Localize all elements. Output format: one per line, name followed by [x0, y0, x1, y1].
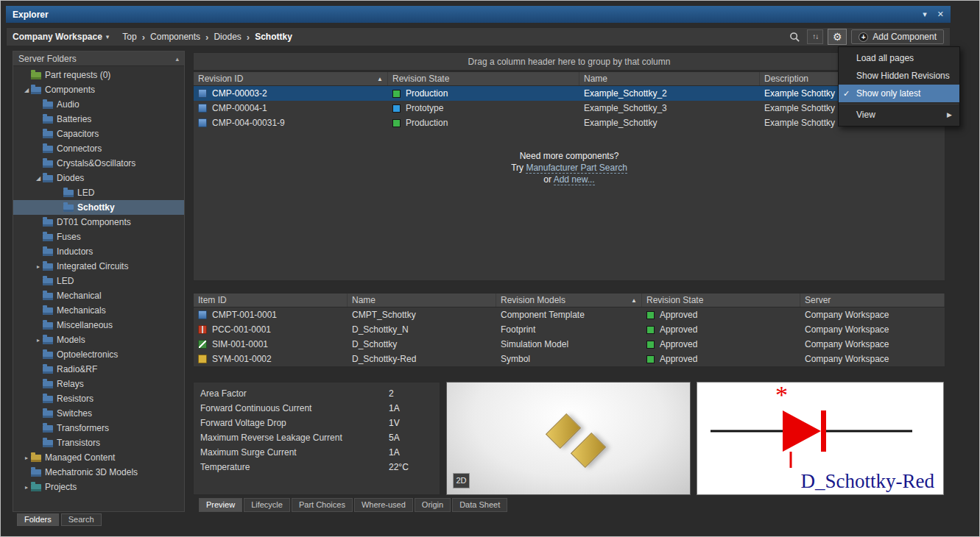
expand-arrow-icon[interactable]: ◢	[34, 175, 43, 182]
tree-item[interactable]: Transformers	[13, 421, 184, 435]
workspace-selector[interactable]: Company Workspace ▾	[13, 32, 109, 42]
manufacturer-part-search-link[interactable]: Manufacturer Part Search	[526, 163, 627, 174]
2d-mode-button[interactable]: 2D	[453, 473, 470, 488]
parameter-name: Maximum Reverse Leakage Current	[200, 433, 389, 443]
breadcrumb-item[interactable]: Top	[122, 32, 136, 42]
tree-item[interactable]: Resistors	[13, 391, 184, 406]
symbol-preview[interactable]: * D_Schottky-Red	[697, 382, 944, 495]
tree-item[interactable]: Part requests (0)	[13, 68, 184, 82]
group-by-bar[interactable]: Drag a column header here to group by th…	[193, 52, 945, 71]
tree-item[interactable]: ◢ Components	[13, 82, 184, 97]
preview-tab[interactable]: Where-used	[354, 498, 413, 512]
sort-revisions-icon[interactable]: ↑↓	[807, 29, 823, 44]
preview-tab[interactable]: Lifecycle	[244, 498, 290, 512]
column-header-revision-models[interactable]: Revision Models ▲	[496, 294, 642, 307]
revision-row[interactable]: CMP-004-00031-9 Production Example_Schot…	[194, 115, 945, 130]
revision-state-indicator	[646, 326, 655, 334]
item-model-row[interactable]: CMPT-001-0001 CMPT_Schottky Component Te…	[194, 307, 945, 322]
revision-row[interactable]: CMP-00004-1 Prototype Example_Schottky_3…	[194, 101, 945, 115]
menu-item-view[interactable]: View ▶	[839, 106, 959, 124]
preview-tab[interactable]: Origin	[415, 498, 451, 512]
tree-item[interactable]: Fuses	[13, 230, 184, 244]
tree-item[interactable]: DT01 Components	[13, 215, 184, 230]
folder-icon	[43, 249, 53, 256]
revision-state-indicator	[646, 355, 655, 363]
add-component-button[interactable]: + Add Component	[851, 29, 944, 44]
tree-item[interactable]: Crystals&Oscillators	[13, 156, 184, 171]
preview-tab[interactable]: Preview	[199, 498, 242, 512]
column-header-server[interactable]: Server	[800, 294, 945, 307]
tree-item[interactable]: Miscellaneous	[13, 318, 184, 332]
footprint-3d-preview[interactable]: 2D	[446, 382, 691, 495]
folder-icon	[43, 381, 53, 388]
column-label: Revision Models	[501, 295, 565, 305]
sidebar-tab[interactable]: Search	[61, 513, 102, 526]
column-header-name[interactable]: Name	[579, 72, 760, 85]
preview-section: Area Factor 2 Forward Continuous Current…	[193, 382, 945, 495]
menu-item[interactable]: Show Hidden Revisions	[839, 67, 959, 85]
preview-tab[interactable]: Part Choices	[292, 498, 353, 512]
folder-icon	[43, 263, 53, 271]
revision-row[interactable]: CMP-00003-2 Production Example_Schottky_…	[194, 86, 945, 101]
workspace-label: Company Workspace	[13, 32, 102, 42]
breadcrumb-item[interactable]: Schottky	[255, 32, 292, 42]
item-model-row[interactable]: SYM-001-0002 D_Schottky-Red Symbol Appro…	[194, 352, 945, 366]
tree-item[interactable]: Transistors	[13, 435, 184, 450]
expand-arrow-icon[interactable]: ▸	[34, 337, 43, 344]
parameter-name: Maximum Surge Current	[200, 447, 389, 458]
collapse-tree-icon[interactable]: ▴	[175, 55, 179, 63]
breadcrumb-item[interactable]: Diodes	[214, 32, 241, 42]
add-new-link[interactable]: Add new...	[554, 174, 595, 185]
column-header-name[interactable]: Name	[348, 294, 496, 307]
parameter-name: Area Factor	[200, 388, 389, 399]
folder-icon	[43, 322, 53, 330]
tree-item[interactable]: ◢ Diodes	[13, 171, 184, 185]
tree-item[interactable]: Inductors	[13, 244, 184, 259]
menu-item[interactable]: Load all pages	[839, 49, 959, 67]
column-header-revision-state[interactable]: Revision State	[388, 72, 579, 85]
tree-item[interactable]: ▸ Managed Content	[13, 450, 184, 465]
tree-item[interactable]: Mechanicals	[13, 303, 184, 318]
expand-arrow-icon[interactable]: ◢	[22, 87, 31, 93]
tree-item[interactable]: ▸ Projects	[13, 480, 184, 494]
tree-item-label: Relays	[57, 379, 84, 389]
menu-item[interactable]: ✓ Show only latest	[839, 85, 959, 102]
gear-icon[interactable]: ⚙	[828, 29, 847, 45]
tree-item[interactable]: ▸ Integrated Circuits	[13, 259, 184, 274]
tree-item[interactable]: ▸ Models	[13, 332, 184, 347]
breadcrumb-item[interactable]: Components	[150, 32, 200, 42]
column-header-item-id[interactable]: Item ID	[194, 294, 348, 307]
tree-item[interactable]: Audio	[13, 97, 184, 112]
tree-item[interactable]: Capacitors	[13, 127, 184, 141]
item-model-row[interactable]: SIM-001-0001 D_Schottky Simulation Model…	[194, 337, 945, 352]
tree-item[interactable]: Switches	[13, 406, 184, 421]
item-model-row[interactable]: PCC-001-0001 D_Schottky_N Footprint Appr…	[194, 322, 945, 337]
parameter-row: Maximum Reverse Leakage Current 5A	[194, 430, 440, 445]
model-type-cell: Simulation Model	[496, 339, 642, 349]
tree-item[interactable]: Batteries	[13, 112, 184, 127]
expand-arrow-icon[interactable]: ▸	[34, 263, 43, 270]
tree-item[interactable]: Mechanical	[13, 288, 184, 303]
tree-item[interactable]: Schottky	[13, 200, 184, 215]
tree-item[interactable]: Mechatronic 3D Models	[13, 465, 184, 480]
tree-item[interactable]: Optoelectronics	[13, 347, 184, 362]
window-title: Explorer	[13, 10, 912, 20]
search-icon[interactable]	[787, 32, 803, 43]
column-label: Name	[584, 74, 607, 84]
tree-item[interactable]: LED	[13, 274, 184, 288]
folder-icon	[31, 72, 41, 79]
tree-item[interactable]: Connectors	[13, 141, 184, 156]
tree-item[interactable]: Radio&RF	[13, 362, 184, 377]
tree-item[interactable]: Relays	[13, 377, 184, 391]
close-icon[interactable]: ✕	[937, 10, 944, 19]
expand-arrow-icon[interactable]: ▸	[22, 484, 31, 491]
column-header-revision-state[interactable]: Revision State	[642, 294, 800, 307]
folder-icon	[31, 484, 41, 491]
tree-item[interactable]: LED	[13, 185, 184, 200]
sidebar-tab[interactable]: Folders	[17, 513, 59, 526]
preview-tab[interactable]: Data Sheet	[452, 498, 507, 512]
tree-item-label: Crystals&Oscillators	[57, 158, 135, 168]
column-header-revision-id[interactable]: Revision ID ▲	[194, 72, 388, 85]
expand-arrow-icon[interactable]: ▸	[22, 455, 31, 461]
panel-collapse-icon[interactable]: ▾	[923, 10, 927, 19]
